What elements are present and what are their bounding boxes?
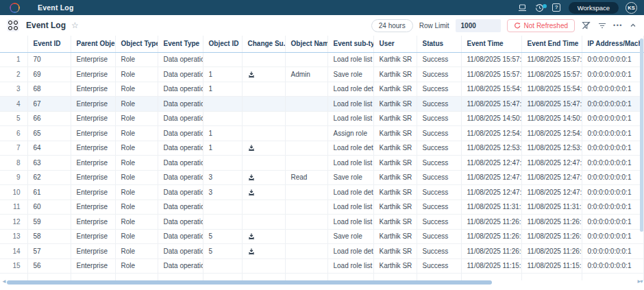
cell-event-id: 61 xyxy=(27,185,71,200)
table-row[interactable]: 269EnterpriseRoleData operation1AdminSav… xyxy=(0,67,644,82)
cell-event-type: Data operation xyxy=(158,97,203,112)
cell-parent-object: Enterprise xyxy=(71,67,115,82)
cell-num: 6 xyxy=(0,126,27,141)
cell-object-name xyxy=(285,244,327,259)
row-limit-input[interactable] xyxy=(456,19,501,32)
horizontal-scrollbar-thumb[interactable] xyxy=(7,280,492,285)
collapse-chevron-icon[interactable] xyxy=(629,23,637,28)
column-header[interactable]: Event ID xyxy=(27,36,71,52)
table-row[interactable]: 368EnterpriseRoleData operation1Load rol… xyxy=(0,82,644,97)
column-header[interactable]: Event sub-type xyxy=(327,36,373,52)
cell-event-id: 64 xyxy=(27,141,71,156)
favorite-star-icon[interactable]: ☆ xyxy=(71,21,79,30)
cell-event-subtype: Save role xyxy=(327,170,373,185)
apps-grid-icon[interactable] xyxy=(7,19,19,32)
download-icon[interactable] xyxy=(248,174,285,180)
table-row[interactable]: 170EnterpriseRoleData operationLoad role… xyxy=(0,52,644,67)
scroll-left-icon[interactable]: ◄ xyxy=(1,278,7,285)
more-icon[interactable]: ••• xyxy=(613,22,623,29)
filter-lines-icon[interactable] xyxy=(597,22,607,29)
cell-parent-object: Enterprise xyxy=(71,126,115,141)
time-range-button[interactable]: 24 hours xyxy=(371,19,413,32)
cell-event-subtype: Load role list xyxy=(327,258,373,274)
cell-object-name xyxy=(285,185,327,200)
cell-event-id: 67 xyxy=(27,97,71,112)
cell-parent-object: Enterprise xyxy=(71,215,115,230)
cell-status: Success xyxy=(417,67,461,82)
cell-object-id xyxy=(203,258,242,274)
cell-event-id: 56 xyxy=(27,258,71,274)
scroll-right-icon[interactable]: ► xyxy=(636,278,642,285)
history-icon[interactable] xyxy=(534,3,545,13)
table-row[interactable]: 1358EnterpriseRoleData operation5Save ro… xyxy=(0,229,644,244)
download-icon[interactable] xyxy=(248,248,285,254)
cell-parent-object: Enterprise xyxy=(71,141,115,156)
laptop-icon[interactable] xyxy=(517,3,528,13)
vertical-scrollbar-thumb[interactable] xyxy=(640,38,643,232)
download-icon[interactable] xyxy=(248,189,285,195)
cell-event-subtype: Load role detail xyxy=(327,185,373,200)
column-header[interactable]: IP Address/Machine... xyxy=(582,36,644,52)
table-row[interactable]: 764EnterpriseRoleData operation1Load rol… xyxy=(0,141,644,156)
workspace-button[interactable]: Workspace xyxy=(569,2,619,14)
cell-parent-object: Enterprise xyxy=(71,111,115,126)
cell-ip: 0:0:0:0:0:0:0:1 xyxy=(582,141,644,156)
table-row[interactable]: 962EnterpriseRoleData operation3ReadSave… xyxy=(0,170,644,185)
column-header[interactable]: Parent Obje... xyxy=(71,36,115,52)
cell-change-summary xyxy=(242,185,285,200)
cell-parent-object: Enterprise xyxy=(71,156,115,171)
cell-event-type: Data operation xyxy=(158,126,203,141)
cell-num: 5 xyxy=(0,111,27,126)
column-header[interactable]: Event Type xyxy=(158,36,203,52)
cell-object-type: Role xyxy=(115,170,158,185)
column-header[interactable]: Object Type xyxy=(115,36,158,52)
table-row[interactable]: 467EnterpriseRoleData operationLoad role… xyxy=(0,97,644,112)
download-icon[interactable] xyxy=(248,145,285,151)
refresh-button[interactable]: Not Refreshed xyxy=(507,19,575,32)
cell-change-summary xyxy=(242,170,285,185)
column-header[interactable]: Event Time xyxy=(461,36,521,52)
cell-event-time: 11/08/2025 11:26:15 xyxy=(461,229,521,244)
table-row[interactable]: 1556EnterpriseRoleData operationLoad rol… xyxy=(0,258,644,274)
cell-object-type: Role xyxy=(115,244,158,259)
table-row[interactable]: 566EnterpriseRoleData operationLoad role… xyxy=(0,111,644,126)
table-row[interactable]: 665EnterpriseRoleData operation1Assign r… xyxy=(0,126,644,141)
cell-status: Success xyxy=(417,52,461,67)
filter-off-icon[interactable] xyxy=(581,21,591,29)
cell-event-end-time: 11/08/2025 12:54:09 xyxy=(521,126,582,141)
cell-user: Karthik SR xyxy=(373,170,417,185)
column-header[interactable]: Event End Time xyxy=(521,36,582,52)
column-header[interactable]: Object Name xyxy=(285,36,327,52)
column-header[interactable]: User xyxy=(373,36,417,52)
download-icon[interactable] xyxy=(248,71,285,77)
cell-user: Karthik SR xyxy=(373,258,417,274)
cell-event-id: 57 xyxy=(27,244,71,259)
cell-event-type: Data operation xyxy=(158,258,203,274)
help-icon[interactable]: ? xyxy=(552,3,562,13)
cell-object-name xyxy=(285,141,327,156)
table-row[interactable]: 1160EnterpriseRoleData operationLoad rol… xyxy=(0,200,644,215)
column-header[interactable]: Object ID xyxy=(203,36,242,52)
cell-parent-object: Enterprise xyxy=(71,170,115,185)
table-row[interactable]: 1259EnterpriseRoleData operationLoad rol… xyxy=(0,215,644,230)
table-row[interactable]: 1457EnterpriseRoleData operation5Load ro… xyxy=(0,244,644,259)
cell-event-time: 11/08/2025 11:26:01 xyxy=(461,244,521,259)
row-limit-label: Row Limit xyxy=(419,22,449,29)
cell-parent-object: Enterprise xyxy=(71,97,115,112)
column-header[interactable]: Status xyxy=(417,36,461,52)
table-row[interactable]: 1061EnterpriseRoleData operation3Load ro… xyxy=(0,185,644,200)
avatar[interactable]: KS xyxy=(626,2,637,14)
download-icon[interactable] xyxy=(248,233,285,239)
cell-event-id: 70 xyxy=(27,52,71,67)
cell-event-end-time: 11/08/2025 12:47:39 xyxy=(521,156,582,171)
cell-event-id: 65 xyxy=(27,126,71,141)
app-logo-icon[interactable] xyxy=(10,3,20,13)
table-row[interactable]: 863EnterpriseRoleData operationLoad role… xyxy=(0,156,644,171)
cell-event-subtype: Load role list xyxy=(327,215,373,230)
cell-ip: 0:0:0:0:0:0:0:1 xyxy=(582,170,644,185)
cell-change-summary xyxy=(242,229,285,244)
cell-object-name xyxy=(285,97,327,112)
cell-object-id xyxy=(203,52,242,67)
cell-event-subtype: Load role list xyxy=(327,111,373,126)
column-header[interactable]: Change Su... xyxy=(242,36,285,52)
